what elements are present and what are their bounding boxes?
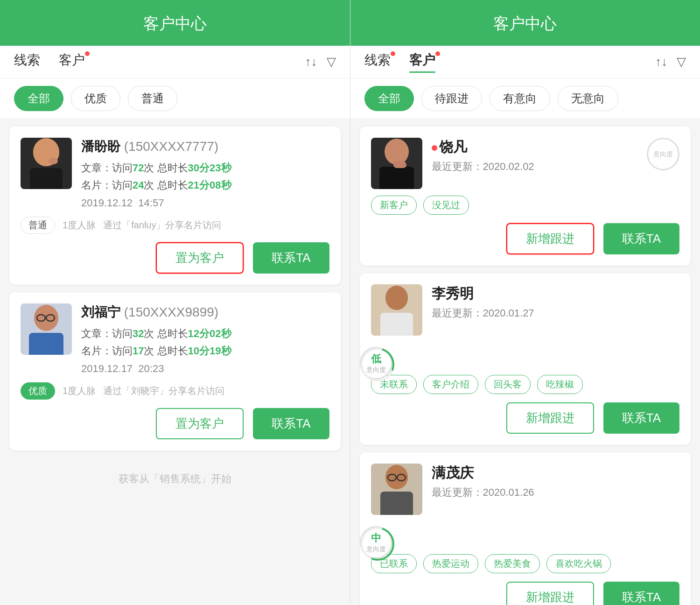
card-pan-article: 文章：访问72次 总时长30分23秒	[81, 159, 329, 176]
card-liu-meta: 优质 1度人脉 通过「刘晓宇」分享名片访问	[21, 382, 329, 400]
card-liu-relation: 1度人脉	[63, 385, 96, 397]
svg-point-16	[385, 286, 408, 310]
intent-man-sub: 意向度	[366, 545, 386, 554]
card-liu-article: 文章：访问32次 总时长12分02秒	[81, 325, 329, 342]
svg-rect-6	[29, 333, 63, 355]
rao-tag-0: 新客户	[371, 196, 417, 215]
left-tab-customers[interactable]: 客户	[59, 51, 85, 73]
card-pan-info: 潘盼盼 (150XXXX7777) 文章：访问72次 总时长30分23秒 名片：…	[81, 138, 329, 209]
card-pan-date: 2019.12.12 14:57	[81, 197, 329, 209]
card-rao-date: 最近更新：2020.02.02	[432, 160, 534, 174]
rao-tag-1: 没见过	[423, 196, 469, 215]
card-pan-meta: 普通 1度人脉 通过「fanluy」分享名片访问	[21, 217, 329, 234]
person-icon-man	[371, 464, 422, 515]
right-filter-not-interested[interactable]: 无意向	[558, 86, 618, 111]
left-header: 客户中心	[0, 0, 350, 46]
contact-man-button[interactable]: 联系TA	[603, 582, 679, 605]
contact-rao-button[interactable]: 联系TA	[603, 223, 679, 254]
right-filter-icon[interactable]: ▽	[677, 55, 686, 69]
new-follow-rao-button[interactable]: 新增跟进	[506, 223, 594, 254]
filter-all[interactable]: 全部	[14, 86, 63, 111]
card-pan: 潘盼盼 (150XXXX7777) 文章：访问72次 总时长30分23秒 名片：…	[9, 127, 341, 285]
customers-dot	[85, 51, 90, 56]
card-liu: 刘福宁 (150XXXX9899) 文章：访问32次 总时长12分02秒 名片：…	[9, 292, 341, 450]
card-man-date: 最近更新：2020.01.26	[432, 485, 534, 499]
right-filter-pending[interactable]: 待跟进	[421, 86, 482, 111]
left-content: 潘盼盼 (150XXXX7777) 文章：访问72次 总时长30分23秒 名片：…	[0, 119, 350, 605]
card-liu-name: 刘福宁 (150XXXX9899)	[81, 303, 329, 321]
card-man-actions: 新增跟进 联系TA	[371, 582, 680, 605]
right-filter-interested[interactable]: 有意向	[490, 86, 550, 111]
intent-li-value: 低	[371, 352, 381, 366]
card-liu-info: 刘福宁 (150XXXX9899) 文章：访问32次 总时长12分02秒 名片：…	[81, 303, 329, 375]
li-tag-2: 回头客	[485, 375, 531, 394]
right-header: 客户中心	[350, 0, 700, 46]
person-icon-liu	[21, 303, 72, 355]
sort-icon[interactable]: ↑↓	[305, 55, 317, 69]
svg-rect-15	[380, 313, 413, 336]
svg-rect-13	[393, 162, 406, 168]
right-tab-customers[interactable]: 客户	[409, 51, 435, 73]
card-pan-name: 潘盼盼 (150XXXX7777)	[81, 138, 329, 155]
card-pan-card: 名片：访问24次 总时长21分08秒	[81, 176, 329, 194]
card-li-tags: 未联系 客户介绍 回头客 吃辣椒	[371, 375, 680, 394]
svg-point-11	[385, 139, 409, 165]
filter-quality[interactable]: 优质	[71, 86, 120, 111]
card-liu-actions: 置为客户 联系TA	[21, 408, 329, 439]
card-pan-main: 潘盼盼 (150XXXX7777) 文章：访问72次 总时长30分23秒 名片：…	[21, 138, 329, 209]
right-panel: 客户中心 线索 客户 ↑↓ ▽ 全部 待跟进 有意向 无意向	[350, 0, 700, 605]
card-li-header: 李秀明 最近更新：2020.01.27	[371, 284, 680, 336]
right-filter-bar: 全部 待跟进 有意向 无意向	[350, 78, 700, 119]
new-follow-man-button[interactable]: 新增跟进	[506, 582, 594, 605]
person-icon-li	[371, 284, 422, 336]
avatar-li	[371, 284, 422, 336]
right-sort-icon[interactable]: ↑↓	[655, 55, 667, 69]
left-tab-leads[interactable]: 线索	[14, 51, 40, 73]
intent-man-value: 中	[371, 531, 381, 545]
right-leads-dot	[391, 51, 395, 56]
filter-normal[interactable]: 普通	[128, 86, 177, 111]
contact-li-button[interactable]: 联系TA	[603, 402, 679, 434]
left-filter-bar: 全部 优质 普通	[0, 78, 350, 119]
card-man-tags: 已联系 热爱运动 热爱美食 喜欢吃火锅	[371, 554, 680, 573]
card-man-name: 满茂庆	[432, 464, 534, 483]
card-li-date: 最近更新：2020.01.27	[432, 306, 534, 320]
card-liu-date: 2019.12.17 20:23	[81, 363, 329, 375]
li-tag-3: 吃辣椒	[537, 375, 583, 394]
contact-pan-button[interactable]: 联系TA	[253, 242, 329, 274]
right-tab-leads[interactable]: 线索	[364, 51, 391, 73]
avatar-pan	[21, 138, 72, 189]
set-customer-pan-button[interactable]: 置为客户	[156, 242, 244, 274]
set-customer-liu-button[interactable]: 置为客户	[156, 408, 244, 439]
rao-red-dot	[432, 145, 437, 151]
svg-rect-1	[30, 168, 63, 189]
filter-icon[interactable]: ▽	[327, 55, 336, 69]
card-pan-source: 通过「fanluy」分享名片访问	[103, 219, 221, 232]
badge-pan: 普通	[21, 217, 55, 234]
person-icon-pan	[21, 138, 72, 189]
left-tab-actions: ↑↓ ▽	[305, 55, 336, 69]
card-pan-actions: 置为客户 联系TA	[21, 242, 329, 274]
card-liu-source: 通过「刘晓宇」分享名片访问	[103, 385, 224, 397]
intent-man: 中 意向度	[360, 526, 392, 559]
new-follow-li-button[interactable]: 新增跟进	[506, 402, 594, 434]
card-rao-info: 饶凡 最近更新：2020.02.02	[432, 138, 534, 189]
card-pan-relation: 1度人脉	[63, 219, 96, 232]
card-li-actions: 新增跟进 联系TA	[371, 402, 680, 434]
card-rao-header: 饶凡 最近更新：2020.02.02	[371, 138, 680, 189]
avatar-man	[371, 464, 422, 515]
intent-li-sub: 意向度	[366, 366, 386, 374]
contact-liu-button[interactable]: 联系TA	[253, 408, 329, 439]
intent-rao: 意向度	[647, 138, 679, 170]
card-man-info: 满茂庆 最近更新：2020.01.26	[432, 464, 534, 515]
svg-rect-12	[379, 167, 414, 189]
person-icon-rao	[371, 138, 422, 189]
card-man-header: 满茂庆 最近更新：2020.01.26	[371, 464, 680, 515]
avatar-liu	[21, 303, 72, 355]
avatar-rao	[371, 138, 422, 189]
intent-rao-label: 意向度	[653, 150, 673, 158]
right-customers-dot	[435, 51, 440, 56]
right-tab-bar: 线索 客户 ↑↓ ▽	[350, 46, 700, 78]
right-filter-all[interactable]: 全部	[364, 86, 414, 111]
card-li-info: 李秀明 最近更新：2020.01.27	[432, 284, 534, 336]
